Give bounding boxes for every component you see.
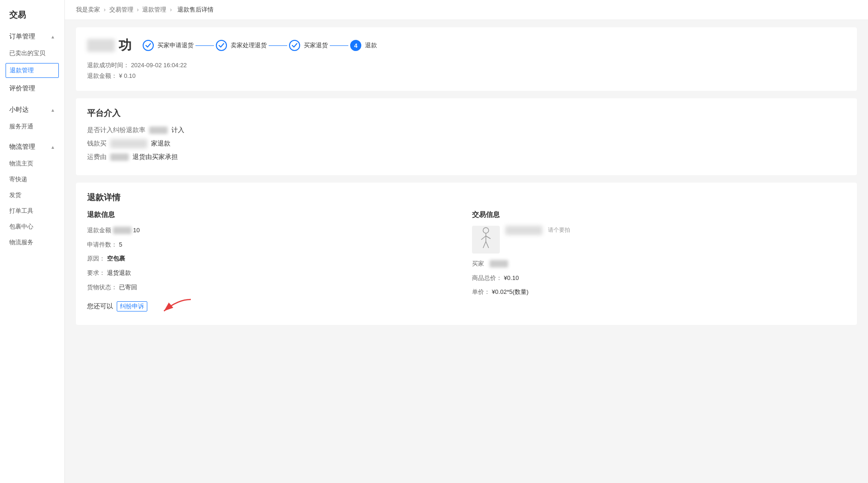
qty-row: 申请件数： 5 [87, 240, 461, 250]
sidebar-section-express: 小时达 ▲ 服务开通 [0, 101, 64, 134]
status-title-blurred-part [87, 39, 115, 52]
product-info: 请个要拍 [505, 226, 846, 235]
refund-detail-card: 退款详情 退款信息 退款金额 10 申请件数： 5 原因： [76, 183, 857, 325]
amount-row: 退款金额： ¥ 0.10 [87, 70, 846, 81]
sidebar-section-logistics-header[interactable]: 物流管理 ▲ [0, 138, 64, 156]
transaction-info-col: 交易信息 [472, 210, 846, 316]
goods-status-row: 货物状态： 已寄回 [87, 283, 461, 292]
dispute-rate-blurred [149, 127, 168, 134]
breadcrumb-sep-3: › [170, 6, 172, 13]
sidebar-item-print[interactable]: 打单工具 [0, 203, 64, 219]
buyer-blurred [490, 260, 508, 267]
total-price-value: ¥0.10 [504, 274, 519, 281]
amount-value: ¥ 0.10 [119, 72, 136, 79]
breadcrumb-sep-2: › [137, 6, 138, 13]
breadcrumb: 我是卖家 › 交易管理 › 退款管理 › 退款售后详情 [65, 0, 868, 20]
sidebar-item-refund[interactable]: 退款管理 [6, 63, 59, 78]
unit-price-value: ¥0.02*5(数量) [492, 288, 528, 295]
refund-info-col: 退款信息 退款金额 10 申请件数： 5 原因： 空包裹 [87, 210, 461, 316]
content-area: 功 买家申请退货 [65, 20, 868, 340]
sidebar-item-logistics-home[interactable]: 物流主页 [0, 156, 64, 172]
step-3-label: 买家退货 [304, 41, 328, 50]
sidebar-item-service[interactable]: 服务开通 [0, 119, 64, 134]
money-label: 钱款买 [87, 140, 107, 148]
total-price-row: 商品总价： ¥0.10 [472, 273, 846, 283]
reason-row: 原因： 空包裹 [87, 254, 461, 264]
refund-amount-label: 退款金额 [87, 227, 111, 234]
amount-label: 退款金额： [87, 72, 117, 79]
product-name-blurred [505, 226, 542, 235]
money-blurred [110, 139, 147, 148]
dispute-text: 您还可以 [87, 302, 113, 311]
dispute-row: 您还可以 纠纷申诉 [87, 297, 461, 316]
product-thumbnail [472, 226, 500, 254]
sidebar-section-orders-label: 订单管理 [9, 32, 35, 41]
svg-line-5 [483, 242, 486, 248]
status-title-suffix: 功 [119, 37, 132, 54]
refund-info-title: 退款信息 [87, 210, 461, 219]
step-2-label: 卖家处理退货 [231, 41, 267, 50]
sidebar-section-express-header[interactable]: 小时达 ▲ [0, 101, 64, 119]
goods-status-label: 货物状态： [87, 284, 117, 291]
sidebar-section-logistics-label: 物流管理 [9, 143, 35, 151]
breadcrumb-seller[interactable]: 我是卖家 [76, 6, 100, 13]
success-time-value: 2024-09-02 16:04:22 [131, 62, 187, 69]
buyer-label: 买家 [472, 260, 484, 267]
freight-row: 运费由 退货由买家承担 [87, 153, 846, 161]
product-area: 请个要拍 [472, 226, 846, 254]
step-2-icon [216, 40, 227, 51]
status-title: 功 [87, 37, 132, 54]
freight-value: 退货由买家承担 [132, 153, 178, 161]
breadcrumb-refund-mgmt[interactable]: 退款管理 [142, 6, 166, 13]
sidebar-section-review-label: 评价管理 [9, 84, 35, 93]
detail-columns: 退款信息 退款金额 10 申请件数： 5 原因： 空包裹 [87, 210, 846, 316]
sidebar: 交易 订单管理 ▲ 已卖出的宝贝 退款管理 评价管理 小时达 ▲ 服务开通 物流… [0, 0, 65, 483]
step-4-label: 退款 [365, 41, 377, 50]
refund-amount-blurred [113, 227, 132, 234]
breadcrumb-trade[interactable]: 交易管理 [109, 6, 133, 13]
request-row: 要求： 退货退款 [87, 268, 461, 278]
svg-line-6 [486, 242, 489, 248]
svg-line-4 [486, 236, 491, 239]
step-3: 买家退货 [289, 40, 328, 51]
dispute-rate-value: 计入 [171, 126, 184, 134]
status-meta: 退款成功时间： 2024-09-02 16:04:22 退款金额： ¥ 0.10 [87, 60, 846, 82]
success-time-row: 退款成功时间： 2024-09-02 16:04:22 [87, 60, 846, 70]
main-content: 我是卖家 › 交易管理 › 退款管理 › 退款售后详情 功 [65, 0, 868, 483]
step-1: 买家申请退货 [143, 40, 194, 51]
sidebar-section-express-label: 小时达 [9, 106, 29, 114]
request-value: 退货退款 [107, 269, 131, 276]
sidebar-item-parcel[interactable]: 包裹中心 [0, 219, 64, 235]
platform-card: 平台介入 是否计入纠纷退款率 计入 钱款买 家退款 运费由 退货由买家承担 [76, 98, 857, 175]
step-connector-3 [330, 45, 348, 46]
transaction-info-title: 交易信息 [472, 210, 846, 219]
total-price-label: 商品总价： [472, 274, 502, 281]
money-value: 家退款 [151, 140, 170, 148]
svg-point-1 [483, 228, 489, 233]
chevron-up-icon-2: ▲ [50, 108, 55, 113]
sidebar-section-review-header[interactable]: 评价管理 [0, 80, 64, 97]
sidebar-item-ship[interactable]: 发货 [0, 187, 64, 203]
sidebar-item-express[interactable]: 寄快递 [0, 172, 64, 187]
status-card: 功 买家申请退货 [76, 27, 857, 91]
red-arrow-icon [155, 297, 192, 316]
step-4: 4 退款 [350, 40, 377, 51]
dispute-link[interactable]: 纠纷申诉 [117, 301, 147, 311]
unit-price-row: 单价： ¥0.02*5(数量) [472, 287, 846, 297]
chevron-up-icon-3: ▲ [50, 145, 55, 150]
sidebar-item-sold[interactable]: 已卖出的宝贝 [0, 45, 64, 61]
step-4-icon: 4 [350, 40, 361, 51]
sidebar-section-orders: 订单管理 ▲ 已卖出的宝贝 退款管理 [0, 28, 64, 78]
dispute-rate-row: 是否计入纠纷退款率 计入 [87, 126, 846, 134]
step-connector-2 [269, 45, 287, 46]
sidebar-item-logistics-service[interactable]: 物流服务 [0, 235, 64, 250]
sidebar-title: 交易 [0, 0, 64, 28]
platform-title: 平台介入 [87, 108, 846, 119]
status-header: 功 买家申请退货 [87, 37, 846, 54]
buyer-row: 买家 [472, 259, 846, 269]
steps-container: 买家申请退货 卖家处理退货 [143, 40, 846, 51]
sidebar-section-orders-header[interactable]: 订单管理 ▲ [0, 28, 64, 45]
product-image-icon [475, 227, 497, 253]
svg-line-3 [481, 236, 486, 240]
goods-status-value: 已寄回 [119, 284, 137, 291]
